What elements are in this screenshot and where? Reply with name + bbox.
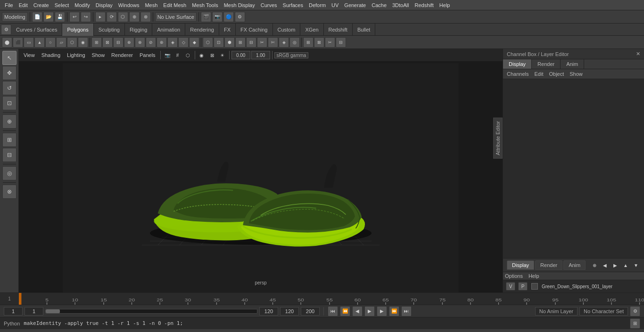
cb-channels-menu[interactable]: Channels <box>507 71 528 77</box>
range-start-display[interactable]: 1 <box>25 307 43 316</box>
workspace-dropdown[interactable]: Modeling <box>2 12 28 22</box>
offset-loop-btn[interactable]: ⊟ <box>246 37 256 48</box>
playback-next-btn[interactable]: ▶ <box>377 306 387 316</box>
gamma-value2[interactable] <box>251 51 270 59</box>
menu-modify[interactable]: Modify <box>72 1 92 9</box>
tab-curves-surfaces[interactable]: Curves / Surfaces <box>11 24 62 36</box>
menu-display[interactable]: Display <box>93 1 116 9</box>
cb-show-menu[interactable]: Show <box>570 71 583 77</box>
vp-view-menu[interactable]: View <box>21 51 38 59</box>
render-settings-btn[interactable]: ⚙ <box>235 12 245 22</box>
layer-color-swatch[interactable] <box>531 283 538 290</box>
reduce-btn[interactable]: ◇ <box>178 37 189 48</box>
menu-surfaces[interactable]: Surfaces <box>280 1 306 9</box>
light-icon[interactable]: ☀ <box>218 50 227 60</box>
menu-generate[interactable]: Generate <box>341 1 369 9</box>
boolean-btn[interactable]: ⊛ <box>157 37 167 48</box>
menu-help[interactable]: Help <box>437 1 453 9</box>
bridge-btn[interactable]: ⊡ <box>214 37 224 48</box>
layers-next-btn[interactable]: ▶ <box>611 261 619 269</box>
paint-btn[interactable]: ⬡ <box>118 12 128 22</box>
combine-btn[interactable]: ⊕ <box>124 37 134 48</box>
cb-tab-anim[interactable]: Anim <box>561 59 584 69</box>
soft-select[interactable]: ⊟ <box>2 148 17 162</box>
paint-sel[interactable]: ◎ <box>2 166 17 180</box>
channel-box-close-btn[interactable]: ✕ <box>636 51 640 57</box>
playback-start-btn[interactable]: ⏮ <box>328 306 338 316</box>
tab-fx[interactable]: FX <box>219 24 236 36</box>
range-end-display[interactable]: 120 <box>259 307 278 316</box>
cube-icon-btn[interactable]: ⬛ <box>13 37 23 48</box>
tab-polygons[interactable]: Polygons <box>62 24 93 36</box>
no-anim-layer-label[interactable]: No Anim Layer <box>535 307 578 316</box>
vp-show-menu[interactable]: Show <box>89 51 108 59</box>
sphere-icon-btn[interactable]: ⬤ <box>2 37 12 48</box>
menu-edit[interactable]: Edit <box>16 1 31 9</box>
menu-uv[interactable]: UV <box>329 1 341 9</box>
new-file-btn[interactable]: 📄 <box>32 12 42 22</box>
menu-create[interactable]: Create <box>31 1 52 9</box>
vp-panels-menu[interactable]: Panels <box>137 51 158 59</box>
menu-mesh-display[interactable]: Mesh Display <box>221 1 258 9</box>
menu-mesh-tools[interactable]: Mesh Tools <box>189 1 221 9</box>
target-weld-btn[interactable]: ◎ <box>289 37 300 48</box>
layer-playback-btn[interactable]: P <box>518 282 528 291</box>
tab-settings-btn[interactable]: ⚙ <box>1 24 11 35</box>
vp-lighting-menu[interactable]: Lighting <box>64 51 88 59</box>
cb-tab-display[interactable]: Display <box>503 59 532 69</box>
vp-renderer-menu[interactable]: Renderer <box>108 51 136 59</box>
layer-row[interactable]: V P Green_Down_Slippers_001_layer <box>503 280 644 292</box>
range-handle[interactable] <box>46 309 60 313</box>
cb-tab-render[interactable]: Render <box>532 59 561 69</box>
menu-redshift[interactable]: Redshift <box>412 1 436 9</box>
menu-select[interactable]: Select <box>52 1 72 9</box>
render-btn[interactable]: 🎬 <box>201 12 211 22</box>
uv-sew-btn[interactable]: ⊟ <box>336 37 346 48</box>
total-frames-display[interactable]: 200 <box>301 307 320 316</box>
move-tool[interactable]: ✥ <box>2 66 17 80</box>
gamma-value1[interactable] <box>231 51 250 59</box>
extrude-btn[interactable]: ⬡ <box>203 37 213 48</box>
tab-redshift[interactable]: Redshift <box>324 24 353 36</box>
extract-btn[interactable]: ⊘ <box>146 37 156 48</box>
layer-tab-display[interactable]: Display <box>507 260 534 270</box>
tab-xgen[interactable]: XGen <box>300 24 323 36</box>
nurbs-sphere-btn[interactable]: ◉ <box>78 37 88 48</box>
insert-loop-btn[interactable]: ⊞ <box>235 37 246 48</box>
playback-end-btn[interactable]: ⏭ <box>401 306 412 316</box>
camera-icon[interactable]: 📷 <box>163 50 172 60</box>
weld-btn[interactable]: ◈ <box>279 37 289 48</box>
tab-sculpting[interactable]: Sculpting <box>94 24 125 36</box>
layers-prev-btn[interactable]: ◀ <box>601 261 609 269</box>
layers-options-menu[interactable]: Options <box>505 273 523 279</box>
cylinder-icon-btn[interactable]: ▭ <box>24 37 34 48</box>
playback-play-btn[interactable]: ▶ <box>364 306 375 316</box>
tab-bullet[interactable]: Bullet <box>353 24 376 36</box>
layers-down-btn[interactable]: ▼ <box>632 261 640 269</box>
cut-btn[interactable]: ✂ <box>257 37 267 48</box>
torus-icon-btn[interactable]: ○ <box>45 37 56 48</box>
tab-rigging[interactable]: Rigging <box>125 24 152 36</box>
multicut-btn[interactable]: ✄ <box>268 37 278 48</box>
range-slider[interactable] <box>45 309 257 314</box>
playback-prev-key-btn[interactable]: ⏪ <box>340 306 350 316</box>
fill-hole-btn[interactable]: ◈ <box>167 37 178 48</box>
layer-tab-anim[interactable]: Anim <box>563 260 586 270</box>
lasso-btn[interactable]: ⟳ <box>107 12 117 22</box>
texture-icon[interactable]: ⊠ <box>207 50 217 60</box>
universal-manip[interactable]: ⊕ <box>2 114 17 129</box>
live-surface-label[interactable]: No Live Surface <box>155 12 197 22</box>
layer-visibility-btn[interactable]: V <box>506 282 515 291</box>
select-tool-btn[interactable]: ▸ <box>95 12 106 22</box>
tab-custom[interactable]: Custom <box>273 24 301 36</box>
tab-animation[interactable]: Animation <box>152 24 185 36</box>
bevel-btn[interactable]: ⬢ <box>224 37 235 48</box>
undo-btn[interactable]: ↩ <box>69 12 80 22</box>
layer-tab-render[interactable]: Render <box>535 260 562 270</box>
shaded-icon[interactable]: ◉ <box>197 50 206 60</box>
python-expand-btn[interactable]: ⊞ <box>630 318 640 329</box>
timeline-ruler[interactable]: 5 10 15 20 25 30 35 40 45 50 5 <box>19 293 644 305</box>
uv-cut-btn[interactable]: ✂ <box>325 37 335 48</box>
playback-next-key-btn[interactable]: ⏩ <box>389 306 399 316</box>
select-tool[interactable]: ↖ <box>2 51 17 65</box>
